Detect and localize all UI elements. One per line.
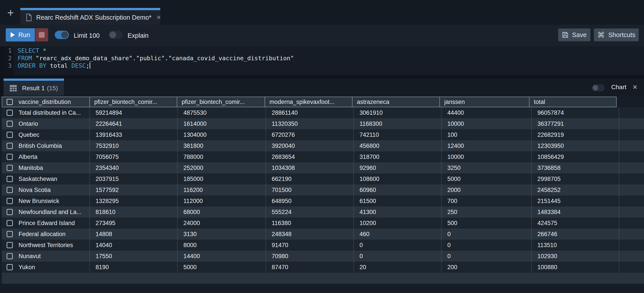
data-cell: 100880 [532, 262, 619, 273]
code-text: ORDER BY total DESC; [14, 62, 90, 70]
cell-value: Alberta [18, 154, 38, 160]
data-cell: 200 [442, 262, 532, 273]
tab-close-icon[interactable]: ✕ [156, 14, 161, 21]
data-cell: 0 [442, 228, 532, 240]
cell-value: 701500 [272, 187, 292, 194]
data-cell: 14400 [178, 251, 266, 262]
cell-value: 0 [447, 242, 451, 249]
table-row[interactable]: Alberta705607578800026836543187001000010… [2, 151, 644, 162]
row-checkbox[interactable] [6, 176, 13, 182]
stop-icon [39, 32, 44, 38]
explain-label: Explain [128, 25, 148, 46]
table-row[interactable]: Prince Edward Island27349524000116380102… [2, 218, 644, 228]
data-cell: 3736858 [532, 162, 619, 174]
cell-value: 13916433 [96, 132, 122, 138]
data-cell: 185000 [178, 174, 266, 184]
code-line[interactable]: 3ORDER BY total DESC; [4, 62, 644, 70]
result-tab[interactable]: Result 1 (15) [4, 78, 64, 96]
results-close-icon[interactable]: ✕ [632, 78, 638, 96]
document-icon [26, 14, 32, 21]
table-row[interactable]: Total distributed in Ca...59214894487553… [2, 107, 644, 118]
data-cell: 116380 [266, 218, 354, 228]
row-checkbox[interactable] [6, 198, 13, 204]
code-line[interactable]: 1SELECT * [4, 47, 644, 54]
table-row[interactable]: Yukon819050008747020200100880 [2, 262, 644, 273]
cell-value: 1328295 [96, 198, 119, 204]
editor-surface[interactable]: 1SELECT *2FROM "rearc_adx_demo_data_shar… [4, 46, 644, 75]
chart-toggle[interactable] [592, 84, 605, 91]
save-button[interactable]: Save [558, 28, 590, 41]
row-checkbox[interactable] [6, 110, 13, 116]
data-cell: 96057874 [532, 107, 619, 118]
data-cell: 20 [354, 262, 442, 273]
sql-editor[interactable]: 1SELECT *2FROM "rearc_adx_demo_data_shar… [0, 46, 644, 78]
cell-value: 266746 [538, 231, 557, 238]
shortcuts-button[interactable]: ⌘ Shortcuts [594, 28, 639, 41]
column-header-4[interactable]: astrazeneca [352, 97, 440, 107]
row-checkbox[interactable] [6, 187, 13, 193]
row-label-cell: Prince Edward Island [2, 218, 90, 228]
cell-value: 8190 [96, 264, 109, 271]
cell-value: 7056075 [96, 154, 119, 160]
data-cell: 0 [442, 240, 532, 251]
table-row[interactable]: Saskatchewan2037915185000662190108600500… [2, 174, 644, 184]
limit-toggle[interactable] [55, 31, 69, 39]
column-header-5[interactable]: janssen [440, 97, 530, 107]
cell-value: 102930 [538, 253, 557, 260]
row-checkbox[interactable] [6, 220, 13, 226]
row-checkbox[interactable] [6, 242, 13, 248]
explain-toggle[interactable] [108, 31, 123, 39]
cell-value: 6720276 [272, 132, 295, 138]
line-number: 3 [4, 62, 14, 70]
row-checkbox[interactable] [6, 209, 13, 215]
row-checkbox[interactable] [6, 143, 13, 149]
table-row[interactable]: Quebec1391643313040006720276742110100226… [2, 129, 644, 140]
table-row[interactable]: Nunavut17550144007098000102930 [2, 251, 644, 262]
column-header-1[interactable]: pfizer_biontech_comir... [90, 97, 177, 107]
cell-value: 185000 [184, 176, 203, 182]
row-filler [619, 107, 644, 118]
results-table-area: vaccine_distributionpfizer_biontech_comi… [0, 96, 644, 293]
column-header-2[interactable]: pfizer_biontech_comir... [177, 97, 265, 107]
cell-value: 12303950 [538, 142, 564, 149]
cell-value: 61500 [360, 198, 376, 204]
table-row[interactable]: Northwest Territories1404080009147000113… [2, 240, 644, 251]
code-line[interactable]: 2FROM "rearc_adx_demo_data_share"."publi… [4, 54, 644, 62]
tab-rearc-redshift-adx-subscription-demo[interactable]: Rearc Redshift ADX Subscription Demo* ✕ [20, 8, 160, 25]
code-lines: 1SELECT *2FROM "rearc_adx_demo_data_shar… [4, 47, 644, 70]
data-cell: 2998705 [532, 174, 619, 184]
cell-value: 662190 [272, 176, 292, 182]
table-row[interactable]: Newfoundland and La...818610680005552244… [2, 206, 644, 218]
data-cell: 44400 [442, 107, 532, 118]
column-header-0[interactable]: vaccine_distribution [2, 97, 90, 107]
data-cell: 2151445 [532, 196, 619, 206]
row-checkbox[interactable] [6, 154, 13, 160]
table-row[interactable]: New Brunswick132829511200064895061500700… [2, 196, 644, 206]
row-checkbox[interactable] [6, 253, 13, 259]
row-checkbox[interactable] [6, 165, 13, 171]
column-header-label: astrazeneca [357, 98, 389, 106]
new-tab-button[interactable]: + [5, 8, 16, 18]
table-row[interactable]: British Columbia753291038180039200404568… [2, 140, 644, 151]
data-cell: 0 [354, 251, 442, 262]
row-checkbox[interactable] [6, 231, 13, 237]
table-row[interactable]: Manitoba23543402520001034308929603250373… [2, 162, 644, 174]
row-checkbox[interactable] [6, 132, 13, 138]
run-button[interactable]: Run [6, 28, 35, 42]
row-checkbox[interactable] [6, 121, 13, 127]
row-checkbox[interactable] [6, 264, 13, 270]
column-header-3[interactable]: moderna_spikevaxfoot... [264, 97, 352, 107]
table-row[interactable]: Ontario222646411614000113203501168300100… [2, 118, 644, 129]
data-cell: 12303950 [532, 140, 619, 151]
cell-value: 28861140 [272, 110, 298, 116]
column-header-6[interactable]: total [529, 97, 617, 107]
data-cell: 1614000 [178, 118, 266, 129]
table-row[interactable]: Nova Scotia15775921162007015006096020002… [2, 184, 644, 196]
result-tab-label: Result 1 [22, 85, 45, 92]
data-cell: 70980 [266, 251, 354, 262]
cell-value: 1614000 [184, 120, 206, 127]
table-row[interactable]: Federal allocation1480831302483484600266… [2, 228, 644, 240]
select-all-checkbox[interactable] [6, 99, 13, 105]
data-cell: 61500 [354, 196, 442, 206]
stop-button[interactable] [35, 28, 48, 42]
